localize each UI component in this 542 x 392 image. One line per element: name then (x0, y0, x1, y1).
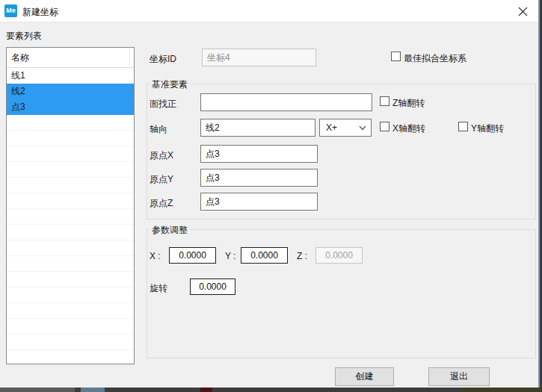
chevron-down-icon (359, 125, 366, 131)
axis-direction-value: X+ (326, 122, 337, 133)
desktop-taskbar-sliver (0, 388, 542, 392)
param-group-title: 参数调整 (150, 224, 190, 237)
best-fit-label[interactable]: 最佳拟合坐标系 (404, 52, 466, 65)
list-item[interactable]: 线1 (7, 68, 134, 84)
list-item-selected[interactable]: 点3 (7, 99, 134, 115)
element-list-label: 要素列表 (6, 30, 42, 43)
title-bar: Me 新建坐标 (0, 0, 538, 22)
sliver-segment (460, 388, 542, 392)
best-fit-checkbox[interactable] (391, 52, 401, 61)
origin-x-label: 原点X (150, 149, 173, 162)
list-item-selected[interactable]: 线2 (7, 84, 134, 99)
rotation-label: 旋转 (150, 282, 167, 295)
sliver-segment (0, 388, 75, 392)
origin-z-field[interactable] (200, 193, 318, 211)
close-button[interactable] (513, 2, 532, 20)
create-button[interactable]: 创建 (335, 367, 394, 386)
close-icon (518, 7, 528, 16)
z-flip-checkbox[interactable] (380, 96, 389, 106)
list-column-header[interactable]: 名称 (7, 48, 134, 68)
origin-z-label: 原点Z (150, 197, 173, 210)
axis-field[interactable] (200, 119, 315, 137)
origin-y-label: 原点Y (150, 173, 173, 186)
plane-align-label: 面找正 (150, 98, 176, 111)
param-z-label: Z : (297, 251, 307, 261)
axis-label: 轴向 (150, 123, 167, 136)
window-title: 新建坐标 (22, 6, 58, 19)
rotation-field[interactable] (190, 279, 235, 295)
z-flip-label[interactable]: Z轴翻转 (392, 97, 425, 110)
coordinate-id-label: 坐标ID (150, 53, 176, 66)
plane-align-field[interactable] (200, 93, 372, 111)
sliver-segment (81, 388, 105, 392)
origin-x-field[interactable] (200, 145, 318, 163)
param-x-field[interactable] (169, 247, 216, 264)
new-coordinate-dialog: Me 新建坐标 要素列表 名称 线1 线2 点3 坐标ID 最佳拟合坐标系 基准… (0, 0, 540, 388)
param-y-label: Y : (225, 251, 235, 261)
param-x-label: X : (150, 251, 161, 261)
origin-y-field[interactable] (200, 169, 318, 187)
exit-button[interactable]: 退出 (428, 367, 490, 386)
sliver-segment (200, 388, 212, 392)
element-listbox[interactable]: 名称 线1 线2 点3 (6, 47, 135, 364)
datum-group-title: 基准要素 (150, 78, 190, 91)
list-empty-area (7, 115, 134, 364)
y-flip-label[interactable]: Y轴翻转 (471, 122, 504, 135)
x-flip-checkbox[interactable] (380, 122, 389, 131)
app-logo-icon: Me (4, 4, 17, 17)
axis-direction-dropdown[interactable]: X+ (319, 119, 372, 137)
param-z-field (315, 247, 363, 264)
x-flip-label[interactable]: X轴翻转 (392, 122, 425, 135)
param-y-field[interactable] (241, 247, 288, 264)
y-flip-checkbox[interactable] (458, 122, 468, 131)
coordinate-id-field (202, 49, 316, 66)
